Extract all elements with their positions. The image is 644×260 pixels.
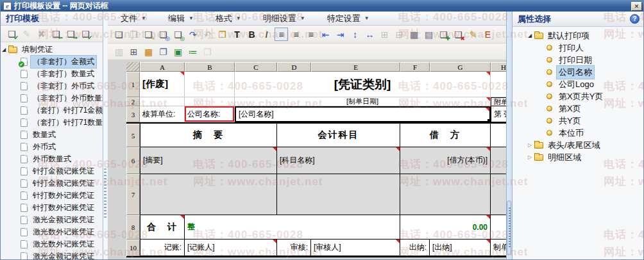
cell-r8-H[interactable] <box>491 215 506 240</box>
template-item-15[interactable]: 激光数外记账凭证 <box>1 226 103 238</box>
template-item-5[interactable]: （套打）针打71金额式 <box>1 104 103 117</box>
print-preview-icon[interactable]: ❏◎ <box>157 28 170 41</box>
open-template-icon[interactable]: ❐ <box>201 45 214 58</box>
property-item-5[interactable]: 第X页共Y页 <box>513 90 644 102</box>
row-header-10[interactable]: 10 <box>126 240 140 256</box>
menu-4[interactable]: 明细设置▼ <box>258 12 310 26</box>
template-item-13[interactable]: 针打数外记账凭证 <box>1 202 103 214</box>
cell-r3-C[interactable]: [公司名称] <box>235 106 491 122</box>
help-icon[interactable]: ? <box>630 14 640 24</box>
cell-r2-H[interactable]: 附单据 <box>491 97 506 106</box>
cell-r6-D[interactable]: [科目名称] <box>277 147 400 174</box>
col-header-D[interactable]: D <box>277 62 311 72</box>
new-document-icon[interactable]: ❏ <box>112 28 126 41</box>
row-header-1[interactable]: 1 <box>126 72 140 97</box>
row-header-2[interactable]: 2 <box>126 97 140 106</box>
delete-template-icon[interactable]: ✖ <box>35 27 48 40</box>
right-splitter[interactable] <box>506 12 513 260</box>
columns-icon[interactable]: ▥ <box>112 45 126 58</box>
cell-r1-H[interactable] <box>491 72 506 97</box>
property-item-3[interactable]: 公司名称 <box>513 66 644 78</box>
template-item-6[interactable]: （套打）针打71数量式 <box>1 117 103 129</box>
cell-r5-A[interactable]: 摘 要 <box>140 124 277 147</box>
set-default-template-icon[interactable]: ❏✔ <box>5 27 19 40</box>
row-height-icon[interactable]: ↕ <box>348 28 362 41</box>
cell-r3-H[interactable]: 第 张 <box>491 106 506 122</box>
template-item-11[interactable]: 针打金额记账凭证 <box>1 177 103 190</box>
col-header-C[interactable]: C <box>235 62 277 72</box>
cell-r10-F[interactable]: 出纳: <box>400 240 430 256</box>
template-item-7[interactable]: 数量式 <box>1 129 103 141</box>
cell-edit-icon[interactable]: ✎ <box>466 28 480 41</box>
col-header-A[interactable]: A <box>140 62 185 72</box>
undo-icon[interactable]: ↶ <box>201 28 214 41</box>
template-edit-icon[interactable]: ❏✎ <box>142 28 155 41</box>
cell-r8-F[interactable]: 0.00 <box>400 215 491 240</box>
split-table-icon[interactable]: ⊞ <box>127 45 140 58</box>
col-header-B[interactable]: B <box>185 62 235 72</box>
col-header-F[interactable]: F <box>400 62 430 72</box>
cell-r7-D[interactable] <box>277 174 400 215</box>
property-folder-2[interactable]: ▷表头/表尾区域 <box>513 139 644 151</box>
property-item-4[interactable]: 公司Logo <box>513 78 644 90</box>
property-item-6[interactable]: 第X页 <box>513 102 644 115</box>
apply-template-icon[interactable]: ❏✔ <box>79 27 92 40</box>
exit-icon[interactable]: E <box>481 28 495 41</box>
tree-collapsed-icon[interactable]: ▷ <box>527 154 533 160</box>
copy-page-icon[interactable]: ❐ <box>157 45 170 58</box>
select-all-corner[interactable] <box>126 62 140 72</box>
indent-left-icon[interactable]: ⇤ <box>319 28 332 41</box>
save-icon[interactable]: ❐ <box>127 28 140 41</box>
cell-r10-G[interactable]: [出纳] <box>430 240 491 256</box>
cell-r6-H[interactable] <box>491 147 506 174</box>
cell-r5-H[interactable] <box>491 124 506 147</box>
italic-icon[interactable]: I <box>260 28 273 41</box>
cell-r1-A[interactable]: [作废] <box>140 72 185 97</box>
row-header-7[interactable]: 7 <box>126 174 140 215</box>
template-item-12[interactable]: 针打数外记账凭证 <box>1 190 103 202</box>
left-splitter[interactable] <box>103 12 108 260</box>
insert-row-icon[interactable]: ❏✚ <box>437 28 450 41</box>
delete-row-icon[interactable]: ❏✖ <box>452 28 465 41</box>
template-item-17[interactable]: 激光金额记账凭证 <box>1 250 103 260</box>
text-icon[interactable]: T <box>230 28 244 41</box>
row-header-3[interactable]: 3 <box>126 106 140 122</box>
print-setup-icon[interactable]: ❏◎ <box>171 28 185 41</box>
cell-r3-B[interactable]: 公司名称: <box>185 106 235 122</box>
grid-lines-icon[interactable]: ▦ <box>142 45 155 58</box>
template-item-2[interactable]: （非套打）数量式 <box>1 68 103 80</box>
selection-handle[interactable] <box>487 118 490 122</box>
cell-r5-F[interactable]: 借 方 <box>400 124 491 147</box>
cell-r7-A[interactable] <box>140 174 277 215</box>
tree-collapsed-icon[interactable]: ▷ <box>527 142 533 148</box>
cell-r5-D[interactable]: 会计科目 <box>277 124 400 147</box>
unmerge-cells-icon[interactable]: ⊟ <box>393 28 406 41</box>
col-header-E[interactable]: E <box>311 62 400 72</box>
menu-1[interactable]: 文件▼ <box>115 12 151 26</box>
tree-folder-voucher[interactable]: ◢填制凭证 <box>1 44 103 56</box>
cell-r10-D[interactable]: 审核: <box>277 240 311 256</box>
property-folder-1[interactable]: ◢默认打印项 <box>513 29 644 42</box>
format-painter-icon[interactable]: ❐ <box>216 28 229 41</box>
tree-expanded-icon[interactable]: ◢ <box>1 47 7 53</box>
cell-r8-A[interactable]: 合 计 <box>140 215 185 240</box>
indent-right-icon[interactable]: ⇥ <box>334 28 347 41</box>
menu-5[interactable]: 特定设置▼ <box>322 12 375 26</box>
cell-r2-C[interactable]: [制单日期] <box>235 97 491 106</box>
property-item-8[interactable]: 本位币 <box>513 127 644 139</box>
col-header-G[interactable]: G <box>430 62 491 72</box>
cell-r3-A[interactable]: 核算单位: <box>140 106 185 122</box>
detail-list-icon[interactable]: ≔ <box>186 45 199 58</box>
cell-r10-A[interactable]: 记账: <box>140 240 185 256</box>
row-header-8[interactable]: 8 <box>126 215 140 240</box>
property-item-7[interactable]: 共Y页 <box>513 115 644 127</box>
tree-expanded-icon[interactable]: ◢ <box>527 33 533 38</box>
cell-r7-F[interactable] <box>400 174 491 215</box>
align-right-icon[interactable]: ≡ <box>304 28 318 41</box>
cell-r1-B[interactable] <box>185 72 235 97</box>
align-left-icon[interactable]: ≡ <box>275 28 288 41</box>
template-item-14[interactable]: 激光金额记账凭证 <box>1 214 103 226</box>
template-item-16[interactable]: 激光数外记账凭证 <box>1 238 103 250</box>
left-splitter-grip[interactable] <box>104 168 106 218</box>
col-header-H[interactable]: H <box>491 62 506 72</box>
